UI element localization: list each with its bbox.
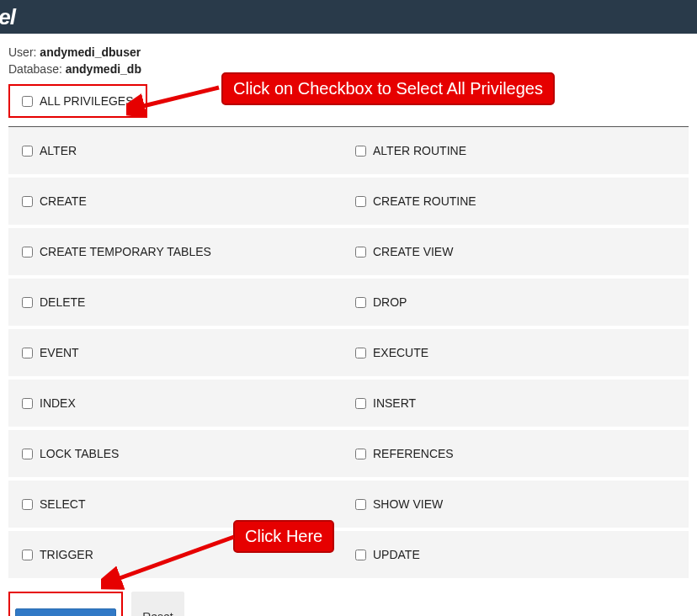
privilege-checkbox[interactable] — [22, 146, 33, 157]
top-bar: anel — [0, 0, 697, 34]
privilege-row: DELETEDROP — [8, 279, 689, 329]
privilege-label[interactable]: EVENT — [40, 346, 79, 359]
annotation-callout-2: Click Here — [233, 520, 334, 553]
privilege-cell: REFERENCES — [348, 447, 682, 460]
privilege-row: CREATECREATE ROUTINE — [8, 178, 689, 228]
privilege-checkbox[interactable] — [355, 348, 366, 358]
privilege-checkbox[interactable] — [355, 146, 366, 157]
privilege-checkbox-row[interactable]: SELECT — [22, 497, 348, 511]
privilege-checkbox[interactable] — [22, 247, 33, 258]
privilege-checkbox[interactable] — [22, 348, 33, 358]
privilege-checkbox[interactable] — [355, 499, 366, 510]
privilege-row: EVENTEXECUTE — [8, 329, 689, 380]
privilege-row: CREATE TEMPORARY TABLESCREATE VIEW — [8, 228, 689, 279]
privilege-row: ALTERALTER ROUTINE — [8, 127, 689, 178]
privilege-checkbox[interactable] — [355, 196, 366, 207]
privileges-grid: ALTERALTER ROUTINECREATECREATE ROUTINECR… — [8, 127, 689, 581]
privilege-checkbox-row[interactable]: EXECUTE — [355, 346, 682, 359]
privilege-row: TRIGGERUPDATE — [8, 531, 689, 581]
annotation-callout-1: Click on Checkbox to Select All Privileg… — [221, 72, 555, 105]
privilege-row: INDEXINSERT — [8, 380, 689, 430]
privilege-cell: INSERT — [348, 396, 682, 410]
privilege-checkbox-row[interactable]: UPDATE — [355, 548, 682, 561]
privilege-cell: DELETE — [15, 295, 348, 309]
privilege-checkbox-row[interactable]: CREATE ROUTINE — [355, 194, 682, 208]
privilege-checkbox-row[interactable]: DROP — [355, 295, 682, 309]
privilege-checkbox[interactable] — [22, 398, 33, 409]
reset-button[interactable]: Reset — [131, 592, 184, 616]
user-line: User: andymedi_dbuser — [8, 45, 689, 59]
privilege-label[interactable]: CREATE ROUTINE — [373, 194, 476, 208]
privilege-cell: LOCK TABLES — [15, 447, 348, 460]
privilege-label[interactable]: DELETE — [40, 295, 85, 309]
user-label: User: — [8, 45, 40, 59]
db-value: andymedi_db — [66, 62, 141, 76]
privilege-checkbox-row[interactable]: CREATE VIEW — [355, 245, 682, 258]
privilege-cell: DROP — [348, 295, 682, 309]
privilege-checkbox-row[interactable]: LOCK TABLES — [22, 447, 348, 460]
privilege-checkbox[interactable] — [22, 499, 33, 510]
privilege-label[interactable]: TRIGGER — [40, 548, 93, 561]
user-value: andymedi_dbuser — [40, 45, 141, 59]
privilege-checkbox[interactable] — [22, 449, 33, 459]
privilege-label[interactable]: LOCK TABLES — [40, 447, 119, 460]
privilege-checkbox-row[interactable]: EVENT — [22, 346, 348, 359]
privilege-label[interactable]: INDEX — [40, 396, 76, 410]
privilege-label[interactable]: CREATE TEMPORARY TABLES — [40, 245, 211, 258]
make-changes-button[interactable]: Make Changes — [15, 608, 116, 616]
privilege-row: SELECTSHOW VIEW — [8, 481, 689, 531]
privilege-cell: EVENT — [15, 346, 348, 359]
privilege-label[interactable]: ALTER — [40, 144, 77, 157]
content-area: User: andymedi_dbuser Database: andymedi… — [0, 34, 697, 616]
privilege-label[interactable]: INSERT — [373, 396, 416, 410]
privilege-label[interactable]: UPDATE — [373, 548, 420, 561]
privilege-cell: CREATE VIEW — [348, 245, 682, 258]
db-label: Database: — [8, 62, 66, 76]
privilege-checkbox-row[interactable]: CREATE TEMPORARY TABLES — [22, 245, 348, 258]
privilege-label[interactable]: SELECT — [40, 497, 85, 511]
privilege-checkbox-row[interactable]: ALTER — [22, 144, 348, 157]
all-privileges-row[interactable]: ALL PRIVILEGES — [22, 94, 134, 108]
make-changes-highlight: Make Changes — [8, 592, 123, 616]
privilege-cell: ALTER ROUTINE — [348, 144, 682, 157]
privilege-cell: CREATE TEMPORARY TABLES — [15, 245, 348, 258]
all-privileges-highlight: ALL PRIVILEGES — [8, 84, 147, 118]
privilege-checkbox-row[interactable]: ALTER ROUTINE — [355, 144, 682, 157]
privilege-checkbox[interactable] — [22, 196, 33, 207]
privilege-checkbox-row[interactable]: DELETE — [22, 295, 348, 309]
privilege-cell: UPDATE — [348, 548, 682, 561]
privilege-checkbox-row[interactable]: CREATE — [22, 194, 348, 208]
privilege-checkbox-row[interactable]: INSERT — [355, 396, 682, 410]
privilege-checkbox[interactable] — [355, 398, 366, 409]
privilege-label[interactable]: CREATE — [40, 194, 87, 208]
all-privileges-checkbox[interactable] — [22, 96, 33, 107]
privilege-cell: SHOW VIEW — [348, 497, 682, 511]
privilege-checkbox[interactable] — [355, 550, 366, 560]
privilege-checkbox-row[interactable]: SHOW VIEW — [355, 497, 682, 511]
all-privileges-label[interactable]: ALL PRIVILEGES — [40, 94, 134, 108]
privilege-checkbox[interactable] — [355, 247, 366, 258]
privilege-cell: SELECT — [15, 497, 348, 511]
privilege-checkbox[interactable] — [22, 550, 33, 560]
privilege-checkbox[interactable] — [355, 449, 366, 459]
privilege-cell: EXECUTE — [348, 346, 682, 359]
logo-fragment: anel — [0, 4, 15, 30]
privilege-label[interactable]: REFERENCES — [373, 447, 454, 460]
privilege-cell: INDEX — [15, 396, 348, 410]
privilege-cell: ALTER — [15, 144, 348, 157]
privilege-label[interactable]: DROP — [373, 295, 407, 309]
privilege-cell: CREATE — [15, 194, 348, 208]
privilege-checkbox[interactable] — [22, 297, 33, 308]
privilege-label[interactable]: EXECUTE — [373, 346, 428, 359]
privilege-label[interactable]: ALTER ROUTINE — [373, 144, 466, 157]
privilege-checkbox[interactable] — [355, 297, 366, 308]
privilege-checkbox-row[interactable]: INDEX — [22, 396, 348, 410]
privilege-row: LOCK TABLESREFERENCES — [8, 430, 689, 481]
button-row: Make Changes Reset — [8, 592, 689, 616]
privilege-cell: CREATE ROUTINE — [348, 194, 682, 208]
privilege-label[interactable]: CREATE VIEW — [373, 245, 453, 258]
privilege-checkbox-row[interactable]: REFERENCES — [355, 447, 682, 460]
privilege-label[interactable]: SHOW VIEW — [373, 497, 443, 511]
